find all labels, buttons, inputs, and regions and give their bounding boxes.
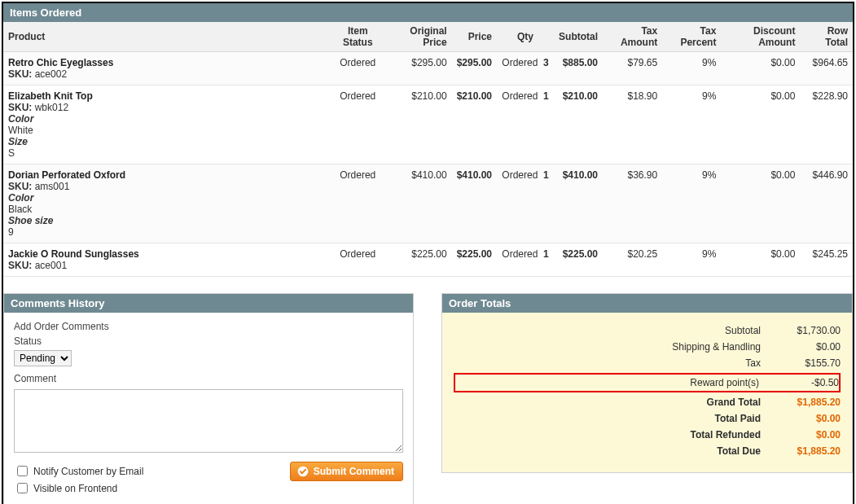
sku-value: ams001 [35,181,70,192]
comment-textarea[interactable] [14,389,403,453]
option-label: Size [8,136,28,147]
tax-amount: $79.65 [603,52,662,85]
qty-label: Ordered [502,90,538,102]
sku-label: SKU: [8,102,32,113]
table-row: Dorian Perforated OxfordSKU: ams001Color… [3,164,853,243]
item-status: Ordered [329,52,386,85]
qty-cell: Ordered 3 [497,52,554,85]
totals-value: $0.00 [775,341,841,353]
tax-percent: 9% [662,85,721,164]
totals-label: Shipping & Handling [647,341,761,353]
tax-percent: 9% [662,243,721,277]
price: $295.00 [452,52,497,85]
row-total: $964.65 [800,52,853,85]
totals-value: $1,885.20 [775,397,841,408]
totals-row: Subtotal$1,730.00 [454,322,841,339]
notify-customer-label: Notify Customer by Email [33,466,143,477]
order-totals-header: Order Totals [442,294,852,313]
totals-label: Tax [647,357,761,369]
product-name: Dorian Perforated Oxford [8,169,324,181]
comment-label: Comment [14,373,403,384]
submit-comment-button[interactable]: Submit Comment [290,462,403,481]
price: $410.00 [452,164,497,243]
totals-value: $1,885.20 [775,445,841,457]
qty-label: Ordered [502,169,538,181]
col-item-status: Item Status [329,22,386,52]
subtotal: $885.00 [554,52,603,85]
option-value: S [8,147,324,159]
original-price: $225.00 [386,243,451,277]
tax-percent: 9% [662,52,721,85]
add-comments-label: Add Order Comments [14,321,403,332]
option-label: Shoe size [8,215,53,226]
col-tax-amount: Tax Amount [603,22,662,52]
totals-row: Grand Total$1,885.20 [454,394,841,410]
qty-cell: Ordered 1 [497,164,554,243]
items-ordered-header: Items Ordered [3,3,853,22]
status-select[interactable]: Pending [14,350,72,366]
qty-label: Ordered [502,248,538,260]
comments-header: Comments History [4,294,413,313]
sku-label: SKU: [8,68,32,80]
qty-value: 1 [543,248,549,260]
discount-amount: $0.00 [721,85,800,164]
tax-amount: $20.25 [603,243,662,277]
qty-label: Ordered [502,57,538,68]
row-total: $245.25 [800,243,853,277]
order-totals-panel: Order Totals Subtotal$1,730.00Shipping &… [441,293,853,473]
tax-percent: 9% [662,164,721,243]
sku-value: ace001 [35,260,67,271]
item-status: Ordered [329,85,386,164]
table-row: Jackie O Round SunglassesSKU: ace001Orde… [3,243,853,277]
qty-cell: Ordered 1 [497,243,554,277]
tax-amount: $36.90 [603,164,662,243]
col-price: Price [452,22,497,52]
totals-value: $1,730.00 [775,325,841,336]
subtotal: $210.00 [554,85,603,164]
col-row-total: Row Total [800,22,853,52]
visible-frontend-checkbox[interactable] [17,483,28,493]
discount-amount: $0.00 [721,243,800,277]
totals-label: Grand Total [647,397,761,408]
visible-frontend-label: Visible on Frontend [33,483,117,494]
subtotal: $410.00 [554,164,603,243]
col-product: Product [3,22,329,52]
price: $225.00 [452,243,497,277]
totals-label: Total Due [647,445,761,457]
col-tax-percent: Tax Percent [662,22,721,52]
check-circle-icon [297,466,309,477]
sku-label: SKU: [8,260,32,271]
totals-row: Total Refunded$0.00 [454,427,841,443]
tax-amount: $18.90 [603,85,662,164]
sku-value: wbk012 [35,102,68,113]
items-header-row: Product Item Status Original Price Price… [3,22,853,52]
original-price: $210.00 [386,85,451,164]
totals-row: Reward point(s)-$0.50 [454,373,841,392]
product-cell: Dorian Perforated OxfordSKU: ams001Color… [3,164,329,243]
totals-label: Total Refunded [647,429,761,440]
totals-label: Reward point(s) [645,377,759,388]
totals-row: Tax$155.70 [454,355,841,371]
col-original-price: Original Price [386,22,451,52]
table-row: Retro Chic EyeglassesSKU: ace002Ordered$… [3,52,853,85]
price: $210.00 [452,85,497,164]
table-row: Elizabeth Knit TopSKU: wbk012ColorWhiteS… [3,85,853,164]
qty-value: 1 [543,90,549,102]
subtotal: $225.00 [554,243,603,277]
option-value: 9 [8,226,324,238]
qty-cell: Ordered 1 [497,85,554,164]
col-discount-amount: Discount Amount [721,22,800,52]
product-name: Jackie O Round Sunglasses [8,248,324,260]
totals-value: $0.00 [775,413,841,424]
totals-value: $0.00 [775,429,841,440]
notify-customer-checkbox[interactable] [17,466,28,476]
row-total: $228.90 [800,85,853,164]
submit-comment-label: Submit Comment [314,466,394,477]
totals-row: Total Due$1,885.20 [454,443,841,459]
discount-amount: $0.00 [721,52,800,85]
totals-value: $155.70 [775,357,841,369]
totals-row: Shipping & Handling$0.00 [454,339,841,355]
item-status: Ordered [329,164,386,243]
option-label: Color [8,113,33,125]
items-table: Product Item Status Original Price Price… [3,22,853,277]
